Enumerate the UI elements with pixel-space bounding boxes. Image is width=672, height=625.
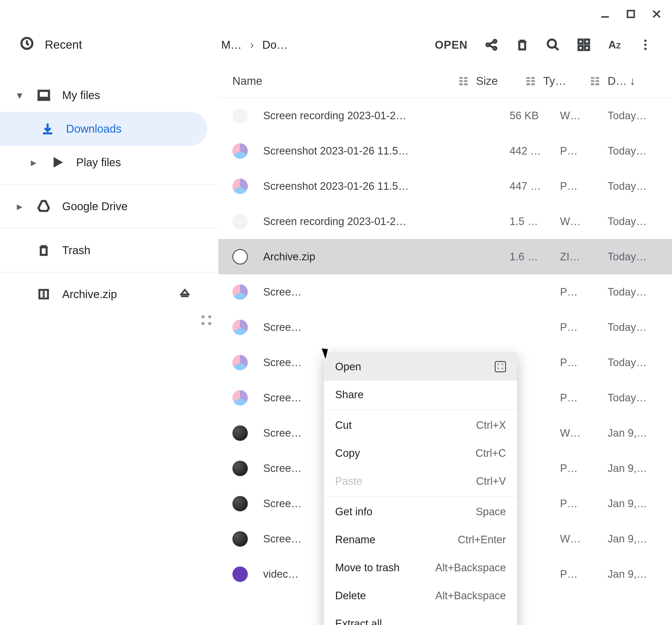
file-thumbnail-icon (233, 284, 248, 300)
more-icon[interactable] (630, 32, 661, 57)
open-button[interactable]: OPEN (435, 39, 467, 51)
download-icon (39, 120, 56, 137)
context-menu-item[interactable]: DeleteAlt+Backspace (324, 582, 517, 609)
grid-view-icon[interactable] (569, 32, 599, 57)
sidebar-item-label: Play files (76, 156, 121, 169)
file-row[interactable]: Screen recording 2023-01-2…1.5 …W…Today… (218, 204, 672, 239)
file-type: P… (560, 462, 607, 474)
delete-icon[interactable] (507, 32, 537, 57)
context-menu-label: Share (335, 389, 363, 401)
file-row[interactable]: Archive.zip1.6 …ZI…Today… (218, 239, 672, 274)
sidebar-item-label: Downloads (66, 123, 121, 135)
file-thumbnail-icon (233, 355, 248, 370)
file-thumbnail-icon (233, 108, 248, 123)
keyboard-shortcut: Ctrl+Enter (458, 534, 506, 546)
column-header-size[interactable]: Size (476, 75, 526, 87)
svg-line-11 (555, 47, 558, 50)
sidebar-item-recent[interactable]: Recent (45, 38, 82, 51)
svg-marker-22 (38, 201, 49, 211)
file-size: 56 KB (510, 110, 560, 122)
chevron-right-icon[interactable]: ▸ (14, 200, 25, 213)
svg-point-16 (644, 40, 647, 42)
sidebar-item-myfiles[interactable]: ▾ My files (0, 78, 218, 112)
file-name: Scree… (263, 321, 510, 333)
file-thumbnail-icon (233, 567, 248, 582)
file-row[interactable]: Screen recording 2023-01-2…56 KBW…Today… (218, 98, 672, 133)
divider (0, 272, 218, 272)
file-date: Today… (607, 251, 658, 263)
column-header-name[interactable]: Name (233, 75, 262, 87)
file-thumbnail-icon (233, 390, 248, 405)
context-menu-item[interactable]: Open⛶ (324, 353, 517, 381)
search-icon[interactable] (537, 32, 569, 57)
keyboard-shortcut: Ctrl+X (476, 419, 506, 431)
recent-icon (20, 36, 34, 53)
drive-icon (35, 198, 52, 215)
file-size: 447 … (510, 180, 560, 192)
svg-marker-21 (53, 157, 63, 168)
breadcrumb-item-2[interactable]: Do… (262, 39, 288, 51)
file-thumbnail-icon (233, 531, 248, 547)
file-date: Today… (607, 216, 658, 228)
context-menu-label: Extract all (335, 618, 382, 625)
file-type: W… (560, 533, 607, 545)
context-menu-item[interactable]: RenameCtrl+Enter (324, 526, 517, 554)
file-row[interactable]: Screenshot 2023-01-26 11.5…447 …P…Today… (218, 169, 672, 204)
sidebar-item-trash[interactable]: ▸ Trash (0, 233, 218, 267)
context-menu-item[interactable]: CutCtrl+X (324, 411, 517, 439)
sidebar-item-label: Google Drive (62, 200, 127, 213)
column-drag-handle[interactable] (526, 77, 535, 85)
file-thumbnail-icon (233, 425, 248, 441)
file-row[interactable]: Screenshot 2023-01-26 11.5…442 …P…Today… (218, 133, 672, 169)
play-icon (49, 154, 66, 171)
chevron-down-icon[interactable]: ▾ (14, 89, 25, 102)
minimize-button[interactable] (598, 7, 612, 21)
file-type: P… (560, 286, 607, 298)
sidebar-resize-handle[interactable] (201, 316, 213, 327)
file-date: Today… (607, 145, 658, 157)
toolbar: Recent M… › Do… OPEN AZ (0, 28, 672, 61)
svg-rect-15 (585, 46, 589, 50)
file-thumbnail-icon (233, 461, 248, 476)
context-menu-item[interactable]: Get infoSpace (324, 498, 517, 526)
column-drag-handle[interactable] (591, 77, 599, 85)
sidebar-item-label: My files (62, 89, 100, 102)
eject-icon[interactable] (179, 288, 190, 301)
trash-icon (35, 242, 52, 259)
context-menu-item[interactable]: CopyCtrl+C (324, 439, 517, 467)
sort-arrow-down-icon[interactable]: ↓ (630, 75, 635, 87)
context-menu-item[interactable]: Move to trashAlt+Backspace (324, 554, 517, 582)
file-row[interactable]: Scree…P…Today… (218, 309, 672, 345)
file-type: P… (560, 498, 607, 510)
chevron-right-icon[interactable]: ▸ (28, 156, 39, 169)
sidebar-item-archive[interactable]: ▸ Archive.zip (0, 277, 218, 311)
maximize-button[interactable] (624, 7, 638, 21)
table-header: Name Size Ty… D… ↓ (218, 65, 672, 98)
sidebar-item-drive[interactable]: ▸ Google Drive (0, 190, 218, 223)
chevron-right-icon: › (250, 39, 254, 51)
context-menu: Open⛶ShareCutCtrl+XCopyCtrl+CPasteCtrl+V… (324, 353, 517, 625)
svg-line-8 (489, 42, 494, 44)
column-header-date[interactable]: D… (607, 75, 627, 87)
file-thumbnail-icon (233, 143, 248, 159)
share-icon[interactable] (476, 32, 507, 57)
column-header-type[interactable]: Ty… (543, 75, 591, 87)
sort-az-icon[interactable]: AZ (599, 32, 630, 57)
breadcrumb-item-1[interactable]: M… (221, 39, 242, 51)
expand-icon: ⛶ (495, 361, 506, 372)
file-thumbnail-icon (233, 179, 248, 194)
context-menu-item[interactable]: Extract all (324, 609, 517, 625)
column-drag-handle[interactable] (459, 77, 467, 85)
file-date: Jan 9,… (607, 462, 658, 474)
svg-rect-19 (39, 91, 49, 98)
divider (324, 410, 517, 410)
context-menu-label: Open (335, 361, 361, 373)
close-button[interactable] (650, 7, 664, 21)
sidebar-item-playfiles[interactable]: ▸ Play files (0, 146, 218, 179)
file-row[interactable]: Scree…P…Today… (218, 274, 672, 309)
context-menu-item[interactable]: Share (324, 381, 517, 409)
divider (324, 496, 517, 497)
sidebar-item-downloads[interactable]: Downloads (0, 112, 207, 146)
context-menu-label: Paste (335, 475, 362, 487)
file-type: P… (560, 145, 607, 157)
